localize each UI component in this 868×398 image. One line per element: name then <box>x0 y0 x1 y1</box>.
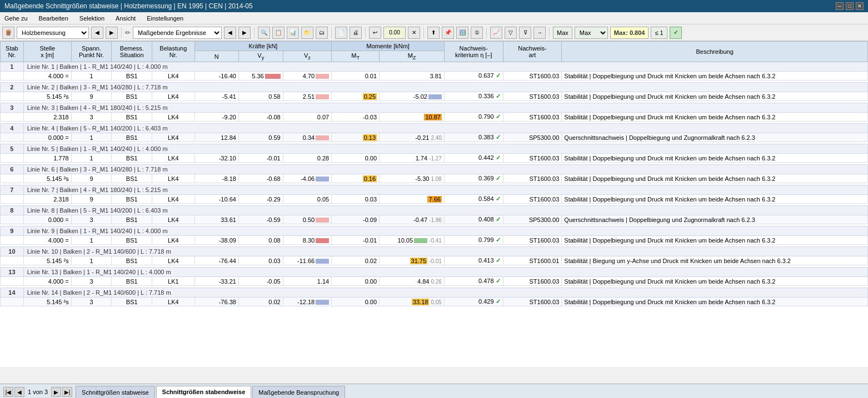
beschreibung-cell: Stabilität | Doppelbiegung und Druck mit… <box>562 154 868 163</box>
maximize-button[interactable]: □ <box>846 2 854 10</box>
col-group-kraefte: Kräfte [kN] <box>194 42 332 51</box>
stab-col-cell <box>1 298 24 306</box>
nachweis-k-cell: 0.637 ✓ <box>444 72 503 80</box>
icon-btn-3[interactable]: 📊 <box>287 27 299 39</box>
vy-cell: 0.59 <box>238 133 283 142</box>
close-button[interactable]: ✕ <box>856 2 864 10</box>
section-label: Linie Nr. 6 | Balken | 3 - R_M1 140/280 … <box>23 165 867 174</box>
bemess-cell: BS1 <box>112 195 152 204</box>
value-input[interactable]: 0.00 <box>383 27 406 39</box>
table-row: 5.145 ²s 9 BS1 LK4 -5.41 0.58 2.51 0.25 … <box>1 92 868 101</box>
section-header-row: 9 Linie Nr. 9 | Balken | 1 - R_M1 140/24… <box>1 226 868 236</box>
icon-btn-9[interactable]: ⬆ <box>427 27 440 39</box>
table-row: 0.000 = 3 BS1 LK4 33.61 -0.59 0.50 -0.09… <box>1 215 868 224</box>
menu-settings[interactable]: Einstellungen <box>144 14 186 23</box>
bemess-cell: BS1 <box>112 154 152 163</box>
icon-btn-filter[interactable]: ▽ <box>505 27 517 39</box>
bemess-cell: BS1 <box>112 236 152 245</box>
belast-cell: LK4 <box>152 92 195 101</box>
bemess-cell: BS1 <box>112 92 152 101</box>
n-cell: -32.10 <box>194 154 238 163</box>
separator-5 <box>423 27 424 38</box>
icon-btn-7[interactable]: 🖨 <box>350 27 362 39</box>
section-label: Linie Nr. 4 | Balken | 5 - R_M1 140/200 … <box>23 124 867 133</box>
separator-1 <box>121 27 122 38</box>
vy-cell: -0.68 <box>238 174 283 183</box>
vz-cell: -12.18 <box>283 298 331 306</box>
nachweis-k-cell: 0.429 ✓ <box>444 298 503 306</box>
separator-3 <box>331 27 332 38</box>
vy-cell: 0.58 <box>238 92 283 101</box>
bemess-cell: BS1 <box>112 72 152 80</box>
icon-btn-5[interactable]: 🗂 <box>316 27 328 39</box>
col-n: N <box>194 51 238 62</box>
vz-cell: 0.50 <box>283 215 331 224</box>
icon-btn-chart[interactable]: 📈 <box>490 27 502 39</box>
main-table-container[interactable]: StabNr. Stellex [m] Spann.Punkt Nr. Beme… <box>0 41 868 367</box>
icon-btn-10[interactable]: 📌 <box>442 27 454 39</box>
stab-col-cell <box>1 72 24 80</box>
stab-col-cell <box>1 113 24 122</box>
mz-cell: 4.84 0.26 <box>380 277 445 286</box>
menu-goto[interactable]: Gehe zu <box>2 14 30 23</box>
belast-cell: LK4 <box>152 195 195 204</box>
col-belast: BelastungNr. <box>152 42 195 62</box>
next-button[interactable]: ▶ <box>106 27 118 39</box>
stelle-cell: 5.145 ²s <box>23 256 71 265</box>
spann-cell: 3 <box>71 298 112 306</box>
nachweis-a-cell: ST1600.03 <box>503 236 562 245</box>
nachweis-k-cell: 0.383 ✓ <box>444 133 503 142</box>
icon-btn-2[interactable]: 📋 <box>272 27 285 39</box>
stab-col-cell <box>1 92 24 101</box>
n-cell: -16.40 <box>194 72 238 80</box>
minimize-button[interactable]: ─ <box>836 2 844 10</box>
spann-cell: 3 <box>71 277 112 286</box>
bemess-cell: BS1 <box>112 133 152 142</box>
view-prev-button[interactable]: ◀ <box>224 27 236 39</box>
icon-btn-1[interactable]: 🔍 <box>258 27 270 39</box>
nachweis-a-cell: ST1600.01 <box>503 256 562 265</box>
module-icon: 🪵 <box>2 27 14 39</box>
menu-view[interactable]: Ansicht <box>113 14 138 23</box>
icon-btn-6[interactable]: 📄 <box>335 27 347 39</box>
prev-button[interactable]: ◀ <box>91 27 103 39</box>
vz-cell: 0.05 <box>283 195 331 204</box>
mz-cell: -5.30 1.08 <box>380 174 445 183</box>
icon-btn-11[interactable]: 🔢 <box>456 27 468 39</box>
beschreibung-cell: Stabilität | Doppelbiegung und Druck mit… <box>562 277 868 286</box>
icon-btn-filter2[interactable]: ⊽ <box>519 27 531 39</box>
stab-nr-cell: 2 <box>1 83 24 92</box>
stab-nr-cell: 1 <box>1 62 24 72</box>
section-header-row: 1 Linie Nr. 1 | Balken | 1 - R_M1 140/24… <box>1 62 868 72</box>
menu-selection[interactable]: Selektion <box>77 14 107 23</box>
confirm-button[interactable]: ✓ <box>670 27 682 39</box>
view-select[interactable]: Maßgebende Ergebnisse <box>133 27 222 39</box>
view-next-button[interactable]: ▶ <box>238 27 251 39</box>
stelle-cell: 4.000 = <box>23 277 71 286</box>
beschreibung-cell: Stabilität | Doppelbiegung und Druck mit… <box>562 92 868 101</box>
stab-col-cell <box>1 236 24 245</box>
nachweis-k-cell: 0.790 ✓ <box>444 113 503 122</box>
bemess-cell: BS1 <box>112 298 152 306</box>
filter-combo[interactable]: Max Min <box>575 27 608 39</box>
my-cell: 0.13 <box>332 133 380 142</box>
stab-nr-cell: 6 <box>1 165 24 174</box>
vy-cell: -0.59 <box>238 215 283 224</box>
module-select[interactable]: Holzbemessung <box>17 27 89 39</box>
icon-btn-8[interactable]: ↩ <box>369 27 381 39</box>
stab-nr-cell: 8 <box>1 206 24 215</box>
mz-cell: 10.05 -0.41 <box>380 236 445 245</box>
icon-btn-12[interactable]: ① <box>471 27 483 39</box>
belast-cell: LK4 <box>152 236 195 245</box>
icon-btn-delete[interactable]: ✕ <box>408 27 420 39</box>
col-group-momente: Momente [kNm] <box>332 42 445 51</box>
spann-cell: 1 <box>71 236 112 245</box>
spann-cell: 1 <box>71 133 112 142</box>
separator-2 <box>254 27 255 38</box>
stab-col-cell <box>1 195 24 204</box>
icon-btn-4[interactable]: 📁 <box>301 27 313 39</box>
my-cell: 0.01 <box>332 72 380 80</box>
icon-btn-arrow-right[interactable]: → <box>533 27 546 39</box>
menu-edit[interactable]: Bearbeiten <box>37 14 71 23</box>
col-stab: StabNr. <box>1 42 24 62</box>
